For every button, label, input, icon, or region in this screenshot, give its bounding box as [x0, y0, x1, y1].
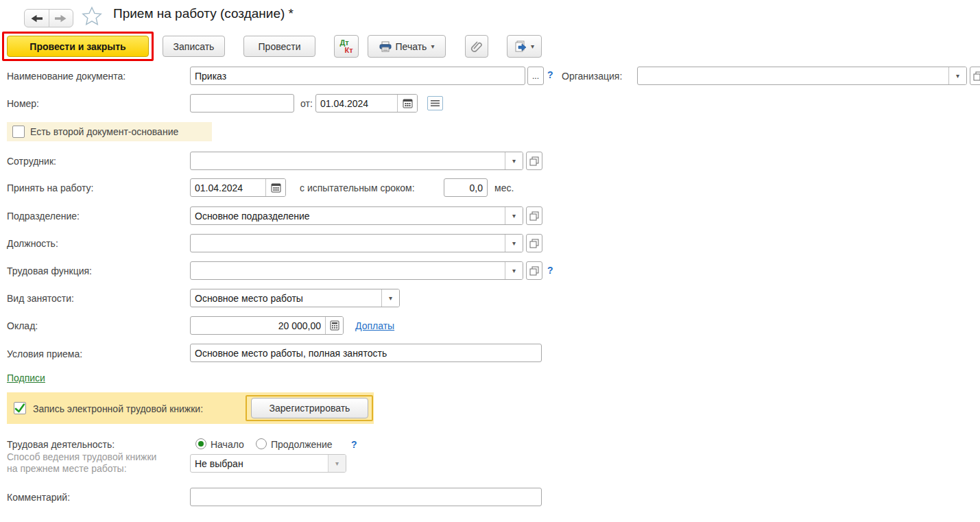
register-button[interactable]: Зарегистрировать	[251, 398, 368, 418]
dtkt-postings-button[interactable]: Дт Кт	[334, 35, 359, 58]
department-label: Подразделение:	[7, 211, 80, 222]
months-label: мес.	[494, 182, 514, 193]
employee-field: ▾	[190, 152, 523, 170]
hire-date-label: Принять на работу:	[7, 182, 94, 193]
employee-input[interactable]	[191, 152, 505, 169]
department-input[interactable]	[191, 207, 505, 224]
labor-function-open-button[interactable]	[526, 261, 542, 280]
radio-start-label[interactable]: Начало	[211, 439, 244, 450]
save-button[interactable]: Записать	[163, 36, 225, 57]
calendar-icon	[403, 98, 413, 108]
labor-function-dropdown-button[interactable]: ▾	[505, 262, 523, 279]
document-exchange-icon	[514, 40, 527, 52]
edi-exchange-button[interactable]: ▾	[507, 35, 542, 58]
organization-input[interactable]	[638, 67, 948, 84]
position-dropdown-button[interactable]: ▾	[505, 235, 523, 252]
comment-input[interactable]	[191, 488, 541, 506]
checkmark-icon	[14, 403, 25, 413]
department-field: ▾	[190, 206, 523, 225]
labor-function-input[interactable]	[191, 262, 505, 279]
post-button[interactable]: Провести	[243, 36, 315, 57]
open-icon	[973, 71, 980, 81]
attachments-button[interactable]	[465, 35, 488, 58]
hire-date-calendar-button[interactable]	[265, 179, 285, 196]
labor-activity-help-icon[interactable]: ?	[351, 439, 357, 450]
probation-field	[444, 178, 488, 197]
terms-field	[190, 344, 542, 362]
nav-history-group	[24, 9, 73, 27]
terms-input[interactable]	[191, 344, 541, 361]
list-icon	[431, 99, 440, 107]
employment-type-input[interactable]	[191, 289, 381, 307]
second-doc-label: Есть второй документ-основание	[30, 126, 178, 137]
radio-start[interactable]	[195, 438, 206, 449]
doc-date-input[interactable]	[316, 95, 397, 112]
exchange-dropdown-icon: ▾	[531, 43, 534, 50]
employee-label: Сотрудник:	[7, 156, 56, 167]
probation-input[interactable]	[444, 179, 487, 196]
radio-continue-label[interactable]: Продолжение	[271, 439, 333, 450]
supplements-link[interactable]: Доплаты	[355, 320, 394, 331]
forward-arrow-icon	[54, 14, 67, 23]
dtkt-icon: Дт Кт	[339, 39, 352, 54]
print-label: Печать	[396, 41, 427, 52]
department-dropdown-button[interactable]: ▾	[505, 207, 523, 224]
organization-label: Организация:	[562, 71, 622, 82]
position-label: Должность:	[7, 238, 58, 249]
record-method-input[interactable]	[191, 455, 328, 472]
doc-name-help-icon[interactable]: ?	[547, 69, 553, 80]
doc-date-field	[315, 94, 418, 112]
employee-dropdown-button[interactable]: ▾	[505, 152, 523, 169]
salary-input[interactable]	[191, 317, 325, 334]
document-list-button[interactable]	[427, 96, 443, 110]
doc-name-input[interactable]	[191, 67, 525, 84]
chevron-down-icon: ▾	[335, 460, 339, 467]
print-button[interactable]: Печать ▾	[368, 35, 446, 58]
employment-type-label: Вид занятости:	[7, 293, 74, 304]
forward-button[interactable]	[49, 10, 73, 27]
doc-name-label: Наименование документа:	[7, 71, 126, 82]
position-open-button[interactable]	[526, 234, 542, 252]
page-title: Прием на работу (создание) *	[113, 6, 294, 21]
employee-open-button[interactable]	[526, 152, 542, 170]
comment-label: Комментарий:	[7, 492, 70, 503]
record-method-field: ▾	[190, 454, 346, 473]
record-method-dropdown-button[interactable]: ▾	[328, 455, 346, 472]
favorite-star-icon[interactable]	[82, 6, 102, 26]
employment-type-field: ▾	[190, 289, 400, 307]
radio-dot-icon	[198, 441, 204, 447]
salary-calculator-button[interactable]	[325, 317, 343, 334]
record-method-label-line2: на прежнем месте работы:	[7, 463, 127, 474]
chevron-down-icon: ▾	[389, 295, 392, 302]
comment-field	[190, 488, 542, 506]
open-icon	[529, 211, 539, 221]
doc-name-more-button[interactable]: ...	[527, 67, 544, 85]
printer-icon	[379, 41, 392, 52]
radio-continue[interactable]	[256, 438, 267, 449]
employment-type-dropdown-button[interactable]: ▾	[381, 289, 399, 307]
second-doc-checkbox[interactable]	[12, 126, 25, 138]
chevron-down-icon: ▾	[956, 73, 959, 80]
hire-date-field	[190, 178, 286, 197]
labor-function-help-icon[interactable]: ?	[547, 265, 553, 276]
department-open-button[interactable]	[526, 206, 542, 225]
organization-dropdown-button[interactable]: ▾	[948, 67, 966, 84]
post-and-close-button[interactable]: Провести и закрыть	[7, 36, 149, 57]
open-icon	[529, 266, 539, 276]
chevron-down-icon: ▾	[512, 213, 516, 220]
position-input[interactable]	[191, 235, 505, 252]
position-field: ▾	[190, 234, 523, 252]
etk-checkbox[interactable]	[14, 402, 26, 414]
doc-name-field	[190, 67, 525, 85]
probation-label: с испытательным сроком:	[300, 182, 415, 193]
number-input[interactable]	[191, 95, 294, 112]
ellipsis-icon: ...	[532, 71, 539, 81]
salary-field	[190, 316, 344, 335]
back-button[interactable]	[25, 10, 49, 27]
record-method-label-line1: Способ ведения трудовой книжки	[7, 451, 156, 462]
doc-date-calendar-button[interactable]	[397, 95, 417, 112]
hire-date-input[interactable]	[191, 179, 265, 196]
organization-open-button[interactable]	[970, 67, 980, 85]
signatures-link[interactable]: Подписи	[7, 372, 45, 383]
calendar-icon	[271, 182, 281, 193]
